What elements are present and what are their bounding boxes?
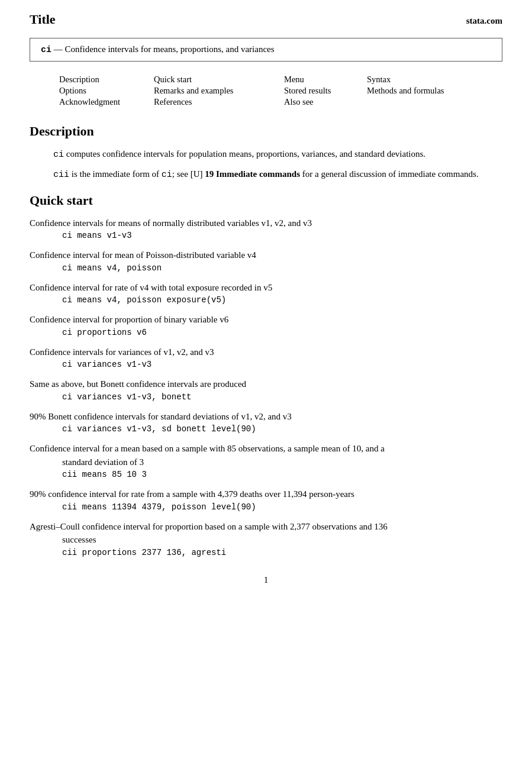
description-para2: cii is the immediate form of ci; see [U]… [53, 167, 502, 182]
qs-item-6: Same as above, but Bonett confidence int… [30, 377, 502, 402]
nav-syntax[interactable]: Syntax [367, 75, 497, 85]
nav-menu[interactable]: Menu [284, 75, 367, 85]
ci-ref-code: ci [162, 170, 172, 180]
qs-item-1: Confidence intervals for means of normal… [30, 217, 502, 241]
nav-table: Description Quick start Menu Syntax Opti… [59, 75, 502, 107]
page-number: 1 [264, 575, 269, 585]
page-header: Title stata.com [30, 12, 502, 27]
qs-item-5: Confidence intervals for variances of v1… [30, 346, 502, 370]
qs-item-7: 90% Bonett confidence intervals for stan… [30, 410, 502, 434]
description-para1-text: computes confidence intervals for popula… [64, 149, 425, 159]
ci-code-inline: ci [53, 150, 64, 160]
nav-options[interactable]: Options [59, 86, 154, 96]
nav-remarks[interactable]: Remarks and examples [154, 86, 284, 96]
qs-code-7: ci variances v1-v3, sd bonett level(90) [62, 424, 502, 434]
nav-col4-empty [367, 97, 497, 107]
qs-desc-7: 90% Bonett confidence intervals for stan… [30, 412, 292, 421]
qs-code-5: ci variances v1-v3 [62, 360, 502, 369]
para2-text2: ; see [U] [172, 169, 205, 179]
para2-text1: is the immediate form of [69, 169, 162, 179]
nav-also-see[interactable]: Also see [284, 97, 367, 107]
qs-desc-10: Agresti–Coull confidence interval for pr… [30, 522, 388, 531]
nav-methods[interactable]: Methods and formulas [367, 86, 497, 96]
para2-text3: for a general discussion of immediate co… [300, 169, 479, 179]
qs-code-9: cii means 11394 4379, poisson level(90) [62, 502, 502, 512]
qs-item-8: Confidence interval for a mean based on … [30, 442, 502, 479]
qs-desc-8b: standard deviation of 3 [62, 457, 144, 467]
immediate-commands-ref[interactable]: 19 Immediate commands [205, 169, 300, 179]
qs-desc-1: Confidence intervals for means of normal… [30, 218, 312, 228]
description-section: Description ci computes confidence inter… [30, 124, 502, 182]
nav-stored-results[interactable]: Stored results [284, 86, 367, 96]
qs-desc-8: Confidence interval for a mean based on … [30, 444, 385, 453]
page-footer: 1 [30, 575, 502, 585]
page-title: Title [30, 12, 56, 27]
qs-code-1: ci means v1-v3 [62, 231, 502, 240]
description-heading: Description [30, 124, 502, 139]
title-box: ci — Confidence intervals for means, pro… [30, 38, 502, 62]
qs-desc-10b: successes [62, 535, 96, 544]
title-description: Confidence intervals for means, proporti… [65, 44, 275, 54]
stata-brand: stata.com [466, 16, 502, 26]
nav-quickstart[interactable]: Quick start [154, 75, 284, 85]
nav-references[interactable]: References [154, 97, 284, 107]
qs-code-8: cii means 85 10 3 [62, 470, 502, 479]
title-dash: — [51, 44, 65, 54]
qs-code-2: ci means v4, poisson [62, 263, 502, 273]
qs-item-3: Confidence interval for rate of v4 with … [30, 281, 502, 305]
nav-acknowledgment[interactable]: Acknowledgment [59, 97, 154, 107]
qs-desc-9: 90% confidence interval for rate from a … [30, 489, 354, 499]
qs-code-10: cii proportions 2377 136, agresti [62, 548, 502, 557]
qs-item-10: Agresti–Coull confidence interval for pr… [30, 520, 502, 557]
qs-desc-6: Same as above, but Bonett confidence int… [30, 379, 246, 389]
qs-item-2: Confidence interval for mean of Poisson-… [30, 248, 502, 273]
cii-code-inline: cii [53, 170, 69, 180]
qs-desc-3: Confidence interval for rate of v4 with … [30, 283, 272, 292]
quickstart-heading: Quick start [30, 193, 502, 208]
qs-code-4: ci proportions v6 [62, 328, 502, 337]
quickstart-section: Quick start Confidence intervals for mea… [30, 193, 502, 557]
qs-item-4: Confidence interval for proportion of bi… [30, 313, 502, 337]
qs-desc-4: Confidence interval for proportion of bi… [30, 315, 228, 324]
qs-code-3: ci means v4, poisson exposure(v5) [62, 295, 502, 305]
qs-desc-2: Confidence interval for mean of Poisson-… [30, 250, 256, 260]
qs-desc-5: Confidence intervals for variances of v1… [30, 347, 214, 357]
title-command-code: ci [41, 45, 51, 55]
qs-item-9: 90% confidence interval for rate from a … [30, 488, 502, 512]
description-para1: ci computes confidence intervals for pop… [53, 147, 502, 162]
nav-description[interactable]: Description [59, 75, 154, 85]
qs-code-6: ci variances v1-v3, bonett [62, 392, 502, 402]
